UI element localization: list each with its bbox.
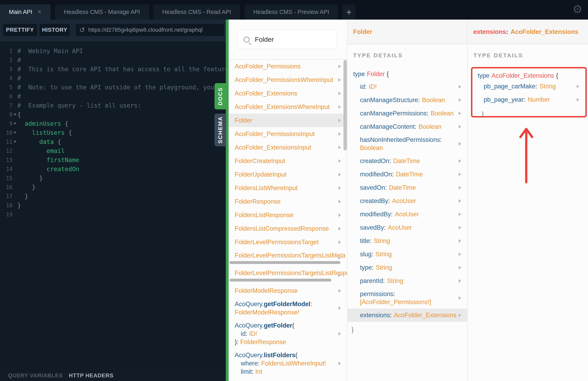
code-token: : <box>252 368 255 375</box>
code-token: # Example query - list all users: <box>17 102 141 109</box>
fold-caret-icon[interactable] <box>13 123 17 125</box>
code-token: AcoQuery. <box>235 322 264 329</box>
tab-headless-cms-manage-api[interactable]: Headless CMS - Manage API <box>55 4 149 20</box>
field-row[interactable]: id:ID! <box>347 80 467 93</box>
pane-divider[interactable] <box>226 20 229 381</box>
doc-list-item[interactable]: AcoFolder_PermissionsInput <box>229 127 347 141</box>
code-token: : <box>258 360 261 367</box>
tab-row: Main API✕Headless CMS - Manage APIHeadle… <box>0 4 360 20</box>
field-row[interactable]: permissions:[AcoFolder_Permissions!] <box>347 288 467 309</box>
doc-list-item[interactable]: FolderCreateInput <box>229 154 347 168</box>
doc-list-item[interactable]: AcoQuery.getFolder(id: ID!): FolderRespo… <box>229 319 347 349</box>
doc-list-item[interactable]: AcoQuery.getFolderModel:FolderModelRespo… <box>229 297 347 319</box>
field-row[interactable]: savedBy:AcoUser <box>347 221 467 234</box>
code-text: adminUsers { <box>17 120 68 127</box>
docs-list-scrollbar[interactable] <box>343 60 347 150</box>
field-row[interactable]: type:String <box>347 261 467 274</box>
doc-list-item[interactable]: FolderModelResponse <box>229 284 347 297</box>
docs-search-input[interactable] <box>254 36 331 43</box>
field-row[interactable]: createdOn:DateTime <box>347 154 467 168</box>
doc-item-text: AcoFolder_ExtensionsInput <box>229 144 347 151</box>
chevron-right-icon <box>459 296 461 300</box>
tab-main-api[interactable]: Main API✕ <box>0 4 51 20</box>
field-row[interactable]: modifiedBy:AcoUser <box>347 208 467 221</box>
toolbar: PRETTIFY HISTORY ↺ <box>0 20 226 41</box>
doc-list-item[interactable]: FolderUpdateInput <box>229 168 347 181</box>
endpoint-url-input[interactable] <box>88 26 217 33</box>
field-row[interactable]: parentId:String <box>347 274 467 288</box>
doc-list-item[interactable]: AcoFolder_Permissions <box>229 60 347 73</box>
field-row[interactable]: slug:String <box>347 248 467 261</box>
doc-list-item[interactable]: Folder <box>229 114 347 127</box>
doc-list-item[interactable]: FolderLevelPermissionsTargetsListRespons… <box>229 266 347 284</box>
gear-icon[interactable]: ⚙ <box>571 3 584 16</box>
doc-item-text: AcoQuery.listFolders( <box>229 351 347 359</box>
chevron-right-icon <box>459 125 461 128</box>
doc-list-item[interactable]: FolderLevelPermissionsTargetsListMeta <box>229 249 347 266</box>
field-row[interactable]: extensions:AcoFolder_Extensions <box>347 309 467 322</box>
horizontal-scrollbar[interactable] <box>230 261 340 264</box>
field-row[interactable]: title:String <box>347 234 467 248</box>
doc-list-item[interactable]: FolderLevelPermissionsTarget <box>229 235 347 249</box>
horizontal-scrollbar[interactable] <box>230 279 331 281</box>
field-row[interactable]: canManageContent:Boolean <box>347 120 467 133</box>
code-token: AcoQuery. <box>235 300 264 308</box>
field-row[interactable]: pb_page_year:Number <box>472 93 585 106</box>
line-number: 1 <box>0 48 13 54</box>
chevron-right-icon <box>459 266 461 269</box>
doc-item-text: limit: Int <box>229 367 347 376</box>
code-token <box>17 138 39 145</box>
code-line: 3# This is the core API that has access … <box>0 64 226 74</box>
code-token: AcoFolder_PermissionsWhereInput <box>235 76 333 83</box>
fold-caret-icon[interactable] <box>13 114 17 116</box>
code-token: } <box>17 174 43 182</box>
doc-list-item[interactable]: FolderResponse <box>229 195 347 208</box>
fold-caret-icon[interactable] <box>13 141 17 143</box>
doc-list-item[interactable]: FoldersListResponse <box>229 208 347 222</box>
field-colon: : <box>440 136 442 143</box>
docs-side-tab[interactable]: DOCS <box>214 83 226 109</box>
doc-list-item[interactable]: AcoFolder_ExtensionsWhereInput <box>229 100 347 114</box>
field-name: pb_page_carMake <box>484 83 536 90</box>
line-number: 14 <box>0 166 13 172</box>
field-row[interactable]: createdBy:AcoUser <box>347 194 467 208</box>
endpoint-url-bar[interactable]: ↺ <box>76 24 224 36</box>
search-icon <box>244 37 250 42</box>
doc-list-item[interactable]: FoldersListCompressedResponse <box>229 222 347 235</box>
close-icon[interactable]: ✕ <box>37 9 42 15</box>
doc-list-item[interactable]: AcoFolder_ExtensionsInput <box>229 141 347 154</box>
fold-caret-icon[interactable] <box>13 132 17 134</box>
field-row[interactable]: canManageStructure:Boolean <box>347 93 467 107</box>
close-brace: } <box>478 109 484 119</box>
code-line: 8{ <box>0 110 226 119</box>
query-variables-tab[interactable]: QUERY VARIABLES <box>8 373 63 379</box>
doc-list-item[interactable]: AcoFolder_Extensions <box>229 86 347 100</box>
prettify-button[interactable]: PRETTIFY <box>3 24 37 36</box>
code-token <box>17 156 47 164</box>
history-button[interactable]: HISTORY <box>40 24 70 36</box>
chevron-right-icon <box>338 119 341 122</box>
doc-list-item[interactable]: FoldersListWhereInput <box>229 181 347 195</box>
schema-side-tab[interactable]: SCHEMA <box>214 114 226 146</box>
doc-list-item[interactable]: AcoFolder_PermissionsWhereInput <box>229 73 347 86</box>
tab-headless-cms-read-api[interactable]: Headless CMS - Read API <box>153 4 240 20</box>
docs-panel: AcoFolder_PermissionsAcoFolder_Permissio… <box>229 20 347 381</box>
field-row[interactable]: pb_page_carMake:String <box>472 80 585 93</box>
tab-headless-cms-preview-api[interactable]: Headless CMS - Preview API <box>245 4 338 20</box>
http-headers-tab[interactable]: HTTP HEADERS <box>69 373 114 379</box>
docs-search-box[interactable] <box>238 30 337 49</box>
code-line: 4# <box>0 74 226 83</box>
query-editor[interactable]: 1# Webiny Main API2#3# This is the core … <box>0 41 226 370</box>
field-name-line: permissions: <box>360 290 467 298</box>
chevron-right-icon <box>338 306 341 310</box>
field-row[interactable]: savedOn:DateTime <box>347 181 467 194</box>
code-line: 10 listUsers { <box>0 128 226 137</box>
field-row[interactable]: canManagePermissions:Boolean <box>347 107 467 120</box>
field-row[interactable]: hasNonInheritedPermissions:Boolean <box>347 133 467 154</box>
field-row[interactable]: modifiedOn:DateTime <box>347 168 467 181</box>
doc-list-item[interactable]: AcoQuery.listFolders(where: FoldersListW… <box>229 349 347 378</box>
code-token: FolderResponse <box>240 339 286 345</box>
code-text: # Example query - list all users: <box>17 102 141 109</box>
field-type: String <box>539 83 556 90</box>
new-tab-button[interactable]: + <box>342 4 355 20</box>
